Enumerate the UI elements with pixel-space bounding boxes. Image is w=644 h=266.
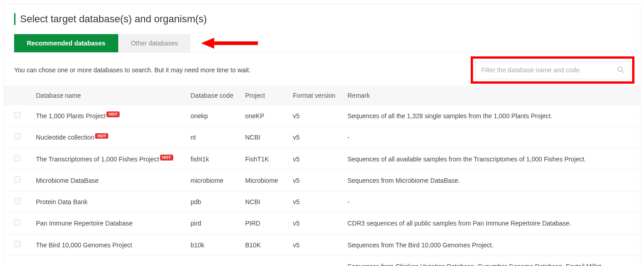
cell-format: v5 — [288, 234, 343, 256]
database-name-text: Protein Data Bank — [36, 198, 88, 206]
cell-checkbox — [4, 234, 31, 256]
database-name-text: Microbiome DataBase — [36, 177, 99, 184]
cell-format: v5 — [288, 127, 343, 148]
row-checkbox[interactable] — [14, 198, 20, 204]
cell-name: The 1,000 Plants ProjectHOT — [31, 105, 186, 127]
cell-code: pdb — [186, 191, 241, 213]
cell-code: pird — [186, 213, 241, 234]
col-header-code: Database code — [186, 85, 241, 105]
tab-other[interactable]: Other databases — [118, 34, 191, 52]
hot-badge: HOT — [160, 155, 173, 161]
row-checkbox[interactable] — [14, 219, 20, 226]
cell-project: NCBI — [241, 127, 288, 148]
col-header-name: Database name — [31, 85, 186, 105]
database-name-text: The Transcriptomes of 1,000 Fishes Proje… — [36, 156, 159, 163]
cell-code: b10k — [186, 234, 241, 256]
subtext-row: You can chose one or more databases to s… — [4, 53, 640, 85]
cell-name: Pan Immune Repertoire Database — [31, 213, 186, 234]
cell-remark: - — [343, 127, 640, 148]
hint-text: You can chose one or more databases to s… — [14, 66, 251, 74]
cell-remark: CDR3 sequences of all public samples fro… — [343, 213, 640, 234]
cell-name: Nucleotide collectionHOT — [31, 127, 186, 148]
cell-format: v5 — [288, 148, 343, 170]
cell-remark: Sequences from Chicken Variation Databas… — [343, 256, 640, 266]
cell-checkbox — [4, 170, 31, 191]
database-name-text: Nucleotide collection — [36, 134, 94, 141]
cell-code: nt — [186, 127, 241, 148]
cell-checkbox — [4, 213, 31, 234]
cell-format: v5 — [288, 213, 343, 234]
cell-remark: Sequences of all available samples from … — [343, 148, 640, 170]
table-row: Protein Data BankpdbNCBIv5- — [4, 191, 640, 213]
cell-checkbox — [4, 148, 31, 170]
cell-project: NCBI — [241, 191, 288, 213]
table-row: Nucleotide collectionHOTntNCBIv5- — [4, 127, 640, 148]
section-title: Select target database(s) and organism(s… — [14, 13, 640, 25]
table-row: Pan Immune Repertoire DatabasepirdPIRDv5… — [4, 213, 640, 234]
cell-project: Microbiome — [241, 170, 288, 191]
cell-code: onekp — [186, 105, 241, 127]
cell-name: Microbiome DataBase — [31, 170, 186, 191]
svg-line-3 — [622, 71, 624, 73]
filter-input[interactable] — [481, 66, 613, 74]
filter-box — [475, 61, 630, 79]
table-row: The 1,000 Plants ProjectHOTonekponeKPv5S… — [4, 105, 640, 127]
cell-project: oneKP — [241, 105, 288, 127]
cell-name: The Transcriptomes of 1,000 Fishes Proje… — [31, 148, 186, 170]
cell-name: The Bird 10,000 Genomes Project — [31, 234, 186, 256]
database-name-text: Pan Immune Repertoire Database — [36, 220, 132, 227]
cell-remark: Sequences of all the 1,328 single sample… — [343, 105, 640, 127]
cell-name: Protein Data Bank — [31, 191, 186, 213]
filter-wrap — [475, 61, 630, 79]
col-header-format: Format version — [288, 85, 343, 105]
col-header-remark: Remark — [343, 85, 640, 105]
col-header-checkbox — [4, 85, 31, 105]
annotation-arrow-icon — [199, 36, 260, 50]
cell-format: v5 — [288, 191, 343, 213]
hot-badge: HOT — [106, 111, 120, 117]
cell-project: PIRD — [241, 213, 288, 234]
database-selection-panel: Select target database(s) and organism(s… — [4, 4, 640, 266]
svg-marker-1 — [201, 38, 214, 49]
row-checkbox[interactable] — [14, 133, 20, 140]
cell-checkbox — [4, 191, 31, 213]
cell-checkbox — [4, 127, 31, 148]
cell-name: China National GeneBank DataBase — [31, 256, 186, 266]
cell-project: B10K — [241, 234, 288, 256]
cell-format: v5 — [288, 170, 343, 191]
cell-remark: - — [343, 191, 640, 213]
database-table: Database name Database code Project Form… — [4, 85, 640, 266]
database-name-text: The 1,000 Plants Project — [36, 112, 106, 120]
table-header-row: Database name Database code Project Form… — [4, 85, 640, 105]
cell-checkbox — [4, 105, 31, 127]
cell-checkbox — [4, 256, 31, 266]
search-icon[interactable] — [617, 66, 624, 75]
cell-code: fisht1k — [186, 148, 241, 170]
cell-project: CNGBdb — [241, 256, 288, 266]
cell-code: microbiome — [186, 170, 241, 191]
col-header-project: Project — [241, 85, 288, 105]
row-checkbox[interactable] — [14, 112, 20, 118]
row-checkbox[interactable] — [14, 176, 20, 183]
tabs-row: Recommended databases Other databases — [4, 34, 640, 53]
table-row: The Transcriptomes of 1,000 Fishes Proje… — [4, 148, 640, 170]
table-row: China National GeneBank DataBasecngbdbCN… — [4, 256, 640, 266]
cell-code: cngbdb — [186, 256, 241, 266]
table-row: The Bird 10,000 Genomes Projectb10kB10Kv… — [4, 234, 640, 256]
row-checkbox[interactable] — [14, 155, 20, 161]
cell-remark: Sequences from Microbiome DataBase. — [343, 170, 640, 191]
cell-remark: Sequences from The Bird 10,000 Genomes P… — [343, 234, 640, 256]
row-checkbox[interactable] — [14, 241, 20, 247]
tab-recommended[interactable]: Recommended databases — [14, 34, 118, 52]
cell-format: v5 — [288, 256, 343, 266]
cell-project: FishT1K — [241, 148, 288, 170]
table-row: Microbiome DataBasemicrobiomeMicrobiomev… — [4, 170, 640, 191]
cell-format: v5 — [288, 105, 343, 127]
database-name-text: The Bird 10,000 Genomes Project — [36, 241, 132, 249]
hot-badge: HOT — [95, 133, 108, 139]
